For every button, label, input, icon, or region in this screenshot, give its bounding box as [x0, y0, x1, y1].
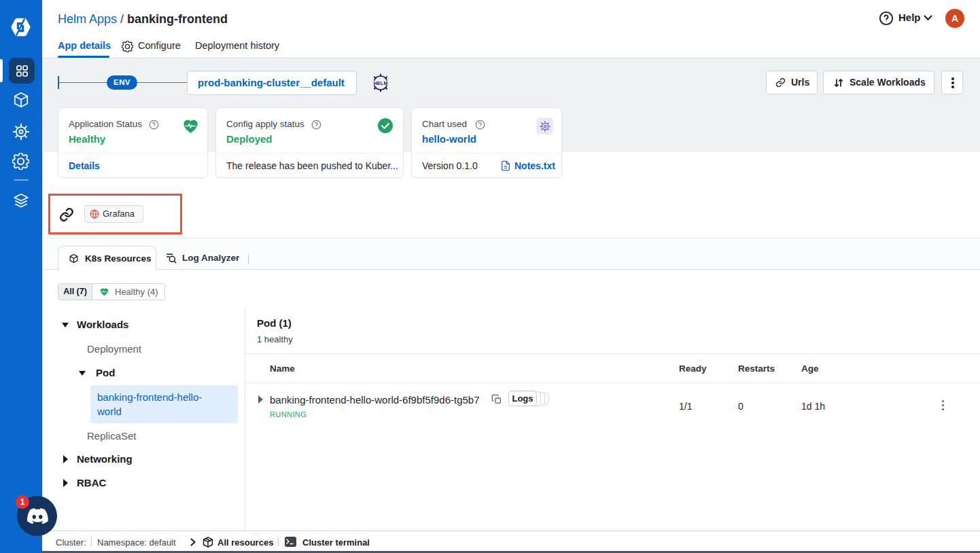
svg-text:HELM: HELM: [373, 80, 387, 86]
